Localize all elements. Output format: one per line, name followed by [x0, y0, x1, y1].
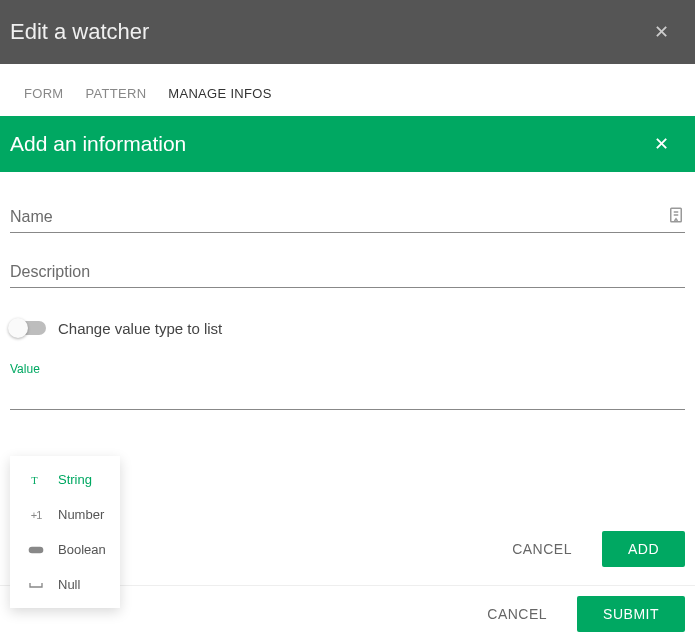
switch-knob	[8, 318, 28, 338]
type-option-boolean[interactable]: Boolean	[10, 532, 120, 567]
tab-pattern[interactable]: PATTERN	[85, 86, 146, 101]
list-toggle-switch[interactable]	[10, 318, 46, 338]
type-option-label: Number	[58, 507, 104, 522]
type-option-null[interactable]: Null	[10, 567, 120, 602]
type-option-label: Boolean	[58, 542, 106, 557]
description-field-wrapper	[10, 257, 685, 288]
inner-modal-title: Add an information	[10, 132, 186, 156]
type-option-label: Null	[58, 577, 102, 592]
close-icon: ✕	[654, 134, 669, 154]
outer-modal-title: Edit a watcher	[10, 19, 149, 45]
type-dropdown: T String +1 Number Boolean	[10, 456, 120, 608]
value-label: Value	[10, 362, 685, 376]
inner-modal-body: Change value type to list Value T String…	[0, 172, 695, 513]
edit-watcher-modal: Edit a watcher ✕ FORM PATTERN MANAGE INF…	[0, 0, 695, 641]
tab-bar: FORM PATTERN MANAGE INFOS	[0, 64, 695, 111]
boolean-icon	[28, 546, 44, 554]
close-icon: ✕	[654, 22, 669, 42]
inner-close-button[interactable]: ✕	[646, 131, 677, 157]
outer-cancel-button[interactable]: CANCEL	[469, 596, 565, 632]
list-toggle-row: Change value type to list	[10, 318, 685, 338]
outer-submit-button[interactable]: SUBMIT	[577, 596, 685, 632]
outer-close-button[interactable]: ✕	[646, 19, 677, 45]
null-icon	[28, 580, 44, 590]
value-field-wrapper: Value	[10, 362, 685, 410]
inner-modal-header: Add an information ✕	[0, 116, 695, 172]
svg-text:T: T	[31, 474, 38, 485]
list-toggle-label: Change value type to list	[58, 320, 222, 337]
inner-add-button[interactable]: ADD	[602, 531, 685, 567]
tab-form[interactable]: FORM	[24, 86, 63, 101]
inner-cancel-button[interactable]: CANCEL	[494, 531, 590, 567]
add-information-modal: Add an information ✕	[0, 116, 695, 585]
outer-modal-header: Edit a watcher ✕	[0, 0, 695, 64]
svg-rect-4	[29, 546, 44, 553]
name-input[interactable]	[10, 202, 685, 233]
description-input[interactable]	[10, 257, 685, 288]
type-option-label: String	[58, 472, 102, 487]
type-option-string[interactable]: T String	[10, 462, 120, 497]
number-icon: +1	[28, 509, 44, 521]
string-icon: T	[28, 473, 44, 487]
form-history-icon[interactable]	[667, 206, 685, 228]
value-type-select[interactable]	[10, 380, 685, 410]
name-field-wrapper	[10, 202, 685, 233]
type-option-number[interactable]: +1 Number	[10, 497, 120, 532]
tab-manage-infos[interactable]: MANAGE INFOS	[168, 86, 271, 101]
